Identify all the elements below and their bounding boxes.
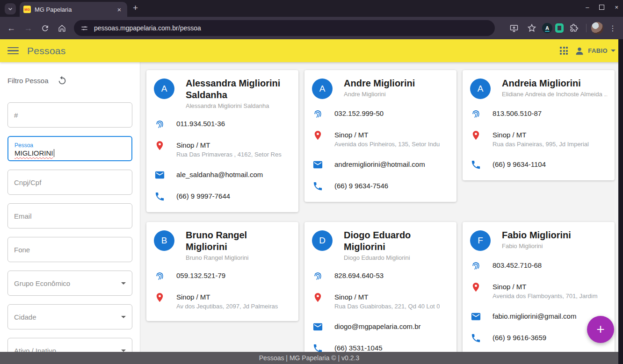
bookmark-star-button[interactable] xyxy=(524,21,539,36)
user-caret-icon xyxy=(611,50,616,52)
location-icon xyxy=(312,130,323,141)
puzzle-icon xyxy=(569,23,579,33)
install-app-button[interactable] xyxy=(507,21,522,36)
filter-fone-input[interactable] xyxy=(14,246,126,254)
person-name: Alessandra Migliorini Saldanha xyxy=(186,78,291,101)
person-card[interactable]: D Diogo Eduardo Migliorini Diogo Eduardo… xyxy=(304,222,456,364)
cpf-icon xyxy=(154,119,165,129)
filter-fone-field[interactable] xyxy=(7,237,132,262)
cpf-text: 059.132.521-79 xyxy=(176,271,225,280)
filter-cidade-label: Cidade xyxy=(14,313,36,321)
filter-email-field[interactable] xyxy=(7,203,132,228)
apps-grid-button[interactable] xyxy=(560,47,568,55)
chevron-down-icon xyxy=(121,316,126,318)
user-name: FABIO xyxy=(588,47,608,54)
person-name: Andre Migliorini xyxy=(344,78,415,89)
back-button[interactable]: ← xyxy=(4,21,19,36)
reload-icon xyxy=(41,24,50,33)
phone-icon xyxy=(312,181,323,192)
avatar: B xyxy=(154,230,174,251)
url-bar[interactable]: pessoas.mgpapelaria.com.br/pessoa xyxy=(74,20,495,36)
phone-text: (66) 9 9634-1104 xyxy=(493,159,546,169)
location-text: Sinop / MT xyxy=(176,140,282,150)
extensions-button[interactable] xyxy=(566,21,581,36)
filter-cnpj-input[interactable] xyxy=(14,178,126,186)
location-icon xyxy=(312,292,323,303)
location-row: Sinop / MTAvenida dos Pinheiros, 135, Se… xyxy=(312,130,449,149)
avatar: F xyxy=(470,230,491,251)
filter-id-input[interactable] xyxy=(14,111,126,119)
new-tab-button[interactable]: + xyxy=(133,3,138,13)
add-person-fab[interactable]: + xyxy=(587,316,614,343)
avatar: A xyxy=(154,79,174,99)
page-scrollbar[interactable] xyxy=(618,39,623,364)
location-text: Sinop / MT xyxy=(493,130,589,140)
app-bar: Pessoas FABIO xyxy=(0,39,623,62)
person-card[interactable]: A Andre Migliorini Andre Migliorini 032.… xyxy=(304,70,456,202)
cpf-icon xyxy=(154,271,165,281)
filter-grupo-select[interactable]: Grupo Econômico xyxy=(7,271,132,296)
person-subtitle: Fabio Migliorini xyxy=(502,243,571,250)
location-row: Sinop / MTAvenida dos Flamboyants, 701, … xyxy=(470,282,607,300)
cpf-row: 011.934.501-36 xyxy=(154,119,291,129)
email-row: fabio.migliorini@gmail.com xyxy=(470,311,607,322)
filter-grupo-label: Grupo Econômico xyxy=(14,279,70,287)
browser-menu-button[interactable]: ⋮ xyxy=(606,24,619,33)
browser-toolbar: ← → pessoas.mgpapelaria.com.br/pessoa A … xyxy=(0,17,623,39)
avatar: D xyxy=(312,230,333,251)
filter-pessoa-value[interactable]: MIGLIORINI xyxy=(14,149,53,157)
email-icon xyxy=(154,170,165,180)
extension-a-icon[interactable]: A xyxy=(542,23,552,33)
person-name: Diogo Eduardo Migliorini xyxy=(344,229,449,253)
chevron-down-icon xyxy=(121,350,126,352)
location-detail: Avenida dos Flamboyants, 701, Jardim … xyxy=(493,292,598,300)
filter-email-input[interactable] xyxy=(14,212,126,220)
browser-profile-avatar[interactable] xyxy=(591,22,603,34)
filter-id-field[interactable] xyxy=(7,102,132,128)
email-icon xyxy=(312,321,323,332)
person-card[interactable]: A Andreia Migliorini Elidiane Andreia de… xyxy=(463,70,615,180)
email-text: diogo@mgpapelaria.com.br xyxy=(334,321,421,331)
cpf-icon xyxy=(471,260,481,271)
location-icon xyxy=(154,140,165,151)
location-icon xyxy=(471,130,481,141)
phone-icon xyxy=(471,159,481,170)
url-text[interactable]: pessoas.mgpapelaria.com.br/pessoa xyxy=(94,24,201,32)
person-card[interactable]: A Alessandra Migliorini Saldanha Alessan… xyxy=(146,70,298,212)
reload-button[interactable] xyxy=(37,21,52,36)
person-subtitle: Andre Migliorini xyxy=(344,91,415,98)
tab-search-button[interactable] xyxy=(5,3,16,14)
person-name: Bruno Rangel Migliorini xyxy=(186,229,291,253)
location-text: Sinop / MT xyxy=(334,292,440,302)
minimize-button[interactable]: – xyxy=(586,4,589,11)
app-viewport: Pessoas FABIO Filtro Pessoa Pessoa xyxy=(0,39,623,364)
close-window-button[interactable]: × xyxy=(615,4,618,11)
filter-reset-button[interactable] xyxy=(57,75,67,86)
filter-pessoa-label: Pessoa xyxy=(14,142,33,149)
email-row: diogo@mgpapelaria.com.br xyxy=(312,321,449,332)
email-icon xyxy=(312,159,323,170)
location-row: Sinop / MTAv dos Jequtibas, 2097, Jd Pal… xyxy=(154,292,291,311)
filter-pessoa-field[interactable]: Pessoa MIGLIORINI xyxy=(7,136,132,161)
location-icon xyxy=(471,282,481,293)
toolbar-separator xyxy=(586,24,587,32)
tab-close-icon[interactable]: × xyxy=(115,5,123,14)
forward-button[interactable]: → xyxy=(21,21,36,36)
browser-tab[interactable]: MG MG Papelaria × xyxy=(20,2,127,17)
people-card-grid: A Alessandra Migliorini Saldanha Alessan… xyxy=(140,62,623,364)
filter-cidade-select[interactable]: Cidade xyxy=(7,304,132,329)
browser-tabstrip: MG MG Papelaria × + – × xyxy=(0,0,623,17)
person-card[interactable]: B Bruno Rangel Migliorini Bruno Rangel M… xyxy=(146,222,298,321)
tab-title: MG Papelaria xyxy=(35,6,111,13)
location-text: Sinop / MT xyxy=(493,282,598,292)
site-info-icon[interactable] xyxy=(80,24,88,32)
chevron-down-icon xyxy=(121,282,126,285)
cpf-row: 813.506.510-87 xyxy=(470,108,607,119)
extension-green-icon[interactable] xyxy=(555,23,564,33)
filter-cnpj-field[interactable] xyxy=(7,170,132,195)
maximize-button[interactable] xyxy=(599,5,604,10)
user-menu[interactable]: FABIO xyxy=(574,46,616,56)
home-button[interactable] xyxy=(54,21,69,36)
menu-hamburger-button[interactable] xyxy=(7,45,19,57)
email-row: andremigliorini@hotmail.com xyxy=(312,159,449,170)
